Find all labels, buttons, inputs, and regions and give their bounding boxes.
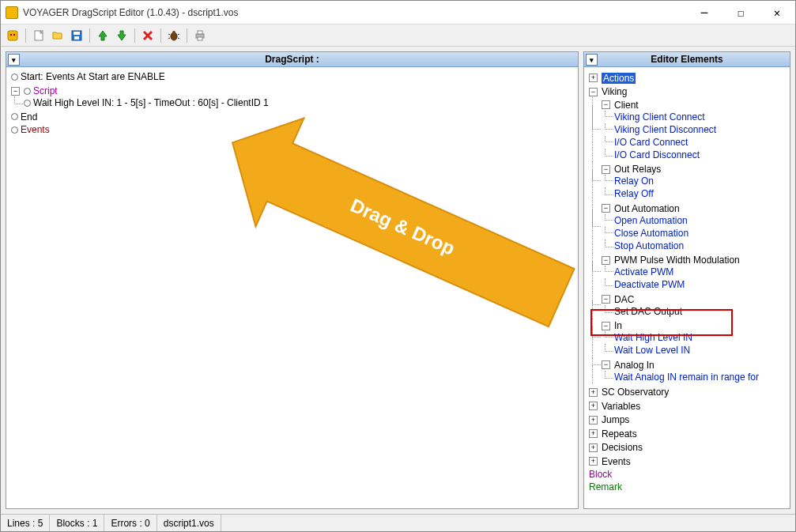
collapse-button[interactable]: ▾: [8, 54, 20, 66]
elements-dac[interactable]: − DAC: [602, 294, 634, 305]
collapse-toggle[interactable]: −: [602, 360, 610, 369]
elements-io-connect[interactable]: I/O Card Connect: [614, 137, 688, 148]
svg-point-8: [172, 31, 175, 34]
elements-pwm[interactable]: − PWM Pulse Width Modulation: [602, 255, 740, 266]
node-label: I/O Card Connect: [614, 137, 688, 148]
dragscript-tree[interactable]: Start: Events At Start are ENABLE − Scri…: [6, 67, 579, 509]
elements-client[interactable]: − Client: [602, 100, 639, 111]
status-file: dscript1.vos: [157, 515, 221, 531]
node-label: Wait High Level IN: 1 - 5[s] - TimeOut :…: [33, 97, 269, 108]
svg-line-10: [178, 34, 179, 35]
elements-decisions[interactable]: +Decisions: [589, 442, 643, 453]
elements-repeats[interactable]: +Repeats: [589, 428, 637, 440]
svg-point-2: [13, 33, 15, 35]
node-icon: [11, 74, 18, 81]
expand-toggle[interactable]: +: [589, 416, 598, 424]
node-label: Variables: [602, 401, 640, 412]
app-menu-button[interactable]: [4, 27, 21, 44]
elements-out-automation[interactable]: − Out Automation: [602, 203, 680, 214]
titlebar: VOYAGER DragScript Editor (1.0.43) - dsc…: [1, 1, 795, 25]
elements-client-connect[interactable]: Viking Client Connect: [614, 111, 705, 123]
elements-open-auto[interactable]: Open Automation: [614, 215, 688, 226]
elements-stop-auto[interactable]: Stop Automation: [614, 240, 684, 251]
elements-client-disconnect[interactable]: Viking Client Disconnect: [614, 124, 716, 135]
expand-toggle[interactable]: +: [589, 429, 598, 438]
collapse-toggle[interactable]: −: [602, 256, 610, 265]
elements-in[interactable]: − In: [602, 320, 622, 331]
node-label: Wait Low Level IN: [614, 345, 690, 356]
elements-io-disconnect[interactable]: I/O Card Disconnect: [614, 149, 700, 160]
elements-wait-low[interactable]: Wait Low Level IN: [614, 345, 690, 356]
save-button[interactable]: [68, 27, 85, 44]
elements-sc-observatory[interactable]: +SC Observatory: [589, 387, 669, 398]
node-label: Script: [33, 85, 58, 96]
script-node-events[interactable]: Events: [11, 124, 50, 135]
collapse-toggle[interactable]: −: [11, 87, 20, 96]
collapse-toggle[interactable]: −: [602, 322, 610, 330]
elements-relay-off[interactable]: Relay Off: [614, 188, 654, 199]
move-down-button[interactable]: [113, 27, 130, 44]
node-label: Out Automation: [614, 203, 680, 214]
node-label: Events: [21, 124, 50, 135]
close-button[interactable]: ✕: [759, 1, 795, 25]
node-label: Out Relays: [614, 164, 661, 175]
expand-toggle[interactable]: +: [589, 402, 598, 410]
elements-close-auto[interactable]: Close Automation: [614, 228, 688, 239]
elements-wait-analog[interactable]: Wait Analog IN remain in range for: [614, 372, 759, 383]
elements-viking[interactable]: − Viking: [589, 86, 627, 97]
elements-actions[interactable]: + Actions: [589, 73, 636, 84]
collapse-toggle[interactable]: −: [602, 100, 610, 109]
toolbar-separator: [89, 28, 90, 43]
status-blocks: Blocks : 1: [50, 515, 104, 531]
elements-events[interactable]: +Events: [589, 456, 631, 467]
elements-tree[interactable]: + Actions − Viking −: [583, 67, 790, 509]
elements-out-relays[interactable]: − Out Relays: [602, 164, 661, 175]
node-label: Events: [602, 456, 631, 467]
minimize-button[interactable]: ─: [686, 1, 722, 25]
node-label: Open Automation: [614, 215, 688, 226]
node-label: Set DAC Output: [614, 306, 682, 317]
expand-toggle[interactable]: +: [589, 74, 598, 82]
open-button[interactable]: [49, 27, 66, 44]
node-label: Remark: [589, 481, 622, 492]
node-label: Analog In: [614, 360, 655, 371]
collapse-button[interactable]: ▾: [586, 54, 598, 66]
node-label: PWM Pulse Width Modulation: [614, 255, 740, 266]
node-label: Client: [614, 100, 639, 111]
toolbar-separator: [134, 28, 135, 43]
new-button[interactable]: [30, 27, 47, 44]
delete-button[interactable]: [139, 27, 157, 44]
elements-block[interactable]: Block: [589, 469, 612, 480]
elements-variables[interactable]: +Variables: [589, 401, 640, 412]
elements-relay-on[interactable]: Relay On: [614, 175, 654, 187]
print-button[interactable]: [191, 27, 209, 44]
elements-analog-in[interactable]: − Analog In: [602, 360, 655, 371]
node-label: In: [614, 320, 622, 331]
toolbar-separator: [187, 28, 187, 43]
elements-wait-high[interactable]: Wait High Level IN: [614, 332, 692, 343]
script-node-end[interactable]: End: [11, 111, 37, 123]
elements-activate-pwm[interactable]: Activate PWM: [614, 266, 673, 277]
expand-toggle[interactable]: +: [589, 457, 598, 466]
collapse-toggle[interactable]: −: [602, 165, 610, 174]
collapse-toggle[interactable]: −: [602, 204, 610, 213]
svg-point-1: [10, 33, 12, 35]
node-label: End: [21, 111, 37, 123]
script-node-start[interactable]: Start: Events At Start are ENABLE: [11, 71, 165, 82]
elements-remark[interactable]: Remark: [589, 481, 622, 492]
elements-panel-header: ▾ Editor Elements: [583, 51, 790, 67]
elements-deactivate-pwm[interactable]: Deactivate PWM: [614, 279, 685, 290]
script-node-script[interactable]: − Script: [11, 85, 58, 96]
elements-set-dac[interactable]: Set DAC Output: [614, 306, 682, 317]
elements-jumps[interactable]: +Jumps: [589, 414, 629, 425]
debug-button[interactable]: [165, 27, 183, 44]
collapse-toggle[interactable]: −: [589, 88, 598, 96]
node-icon: [24, 100, 31, 107]
expand-toggle[interactable]: +: [589, 388, 598, 397]
script-node-wait[interactable]: Wait High Level IN: 1 - 5[s] - TimeOut :…: [24, 97, 269, 108]
move-up-button[interactable]: [94, 27, 111, 44]
maximize-button[interactable]: ☐: [722, 1, 759, 25]
app-window: VOYAGER DragScript Editor (1.0.43) - dsc…: [0, 0, 796, 532]
collapse-toggle[interactable]: −: [602, 295, 610, 304]
expand-toggle[interactable]: +: [589, 443, 598, 452]
